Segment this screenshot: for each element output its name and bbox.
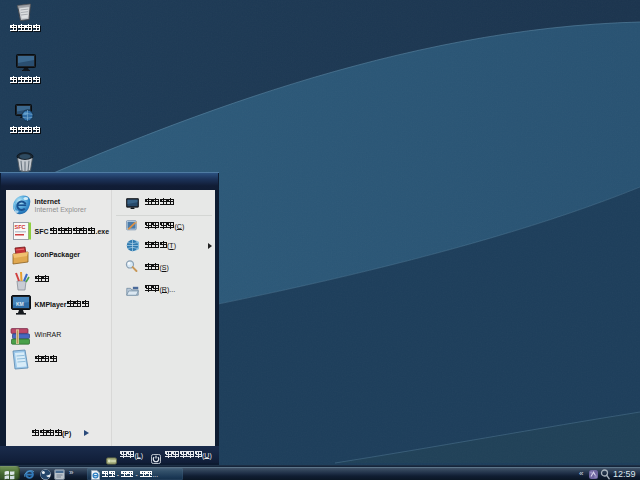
svg-text:SFC: SFC <box>15 224 26 230</box>
svg-text:KM: KM <box>16 301 24 307</box>
